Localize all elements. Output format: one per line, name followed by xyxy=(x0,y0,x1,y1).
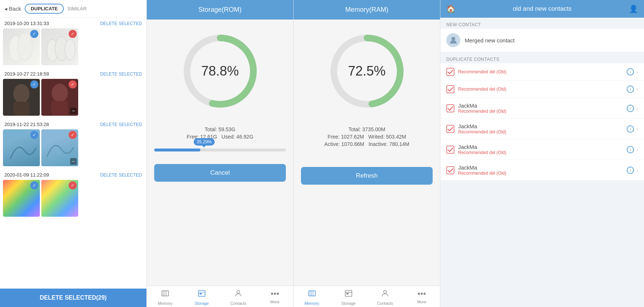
nav-contacts-label-2: Contacts xyxy=(377,301,393,306)
back-arrow-icon: ◂ xyxy=(4,6,7,12)
contact-checkbox-6[interactable] xyxy=(446,166,454,174)
memory-content: 72.5% Total: 3735.00M Free: 1027.62M Wri… xyxy=(294,20,440,286)
delete-selected-4[interactable]: DELETE SELECTED xyxy=(100,172,142,178)
contacts-header: 🏠 old and new contacts 👤 xyxy=(440,0,644,18)
contact-name-6: JackMa xyxy=(458,164,623,171)
photo-thumb-4-2[interactable]: ✓ xyxy=(41,180,78,217)
contact-name-5: JackMa xyxy=(458,144,623,150)
contacts-panel: 🏠 old and new contacts 👤 NEW CONTACT Mer… xyxy=(440,0,644,307)
duplicate-contacts-section-label: DUPLICATE CONTACTS xyxy=(440,52,644,63)
nav-contacts-2[interactable]: Contacts xyxy=(367,289,404,306)
cancel-button[interactable]: Cancel xyxy=(154,164,286,182)
info-icon-5[interactable]: i xyxy=(627,146,634,153)
similar-tab[interactable]: SIMILAR xyxy=(67,6,87,11)
contact-row-3[interactable]: JackMa Recommended del (Old) i › xyxy=(440,98,644,118)
photo-thumb-1-1[interactable]: ✓ xyxy=(3,28,40,65)
storage-nav-icon-2 xyxy=(344,289,353,300)
contact-info-3: JackMa Recommended del (Old) xyxy=(458,102,623,114)
tilde-icon-3-2: ~ xyxy=(70,158,77,165)
group-date-2: 2019-10-27 22:18:59 xyxy=(4,71,49,77)
nav-storage-2[interactable]: Storage xyxy=(330,289,367,306)
nav-contacts-label: Contacts xyxy=(230,301,246,306)
info-icon-3[interactable]: i xyxy=(627,105,634,112)
photo-thumb-2-1[interactable]: ✓ xyxy=(3,79,40,116)
svg-rect-27 xyxy=(346,293,349,294)
nav-more-label: More xyxy=(270,300,280,304)
contact-checkbox-2[interactable] xyxy=(446,85,454,93)
contact-row-6[interactable]: JackMa Recommended del (Old) i › xyxy=(440,160,644,180)
progress-tooltip: 35.29% xyxy=(194,138,215,146)
duplicate-tab[interactable]: DUPLICATE xyxy=(25,4,63,14)
svg-point-4 xyxy=(65,39,75,60)
contact-info-2: Recommended del (Old) xyxy=(458,87,623,92)
info-icon-4[interactable]: i xyxy=(627,125,634,133)
svg-point-5 xyxy=(13,84,30,103)
contact-sub-1: Recommended del (Old) xyxy=(458,69,623,74)
info-icon-1[interactable]: i xyxy=(627,68,634,76)
contact-checkbox-1[interactable] xyxy=(446,68,454,76)
info-icon-2[interactable]: i xyxy=(627,86,634,93)
memory-donut: 72.5% xyxy=(326,31,408,112)
chevron-right-icon-1: › xyxy=(636,69,638,75)
contact-row-2[interactable]: Recommended del (Old) i › xyxy=(440,81,644,98)
check-icon-4-2: ✓ xyxy=(69,181,77,189)
group-date-3: 2019-11-22 21:53:28 xyxy=(4,122,49,127)
memory-panel: Memory(RAM) 72.5% Total: 3735.00M Free: … xyxy=(294,0,440,307)
contact-row-1[interactable]: Recommended del (Old) i › xyxy=(440,63,644,80)
photo-thumb-3-2[interactable]: ✓ ~ xyxy=(41,129,78,166)
photo-row-2: ✓ ✓ ~ xyxy=(0,79,146,119)
nav-memory-label: Memory xyxy=(158,301,173,306)
nav-more[interactable]: ••• More xyxy=(257,289,293,306)
contact-checkbox-5[interactable] xyxy=(446,146,454,154)
svg-point-18 xyxy=(237,290,240,293)
nav-contacts[interactable]: Contacts xyxy=(220,289,257,306)
storage-bottom-nav: Memory Storage Contacts ••• xyxy=(147,286,293,307)
delete-selected-3[interactable]: DELETE SELECTED xyxy=(100,122,142,127)
nav-memory-2[interactable]: Memory xyxy=(294,289,330,306)
photo-thumb-2-2[interactable]: ✓ ~ xyxy=(41,79,78,116)
info-icon-6[interactable]: i xyxy=(627,167,634,174)
check-icon-3-1: ✓ xyxy=(30,131,38,139)
svg-point-29 xyxy=(451,37,455,41)
memory-bottom-nav: Memory Storage Contacts ••• xyxy=(294,286,440,307)
check-icon-1-2: ✓ xyxy=(69,30,77,38)
chevron-right-icon-4: › xyxy=(636,126,638,132)
svg-point-7 xyxy=(52,84,68,102)
memory-percentage: 72.5% xyxy=(348,63,385,79)
photo-thumb-4-1[interactable]: ✓ xyxy=(3,180,40,217)
svg-rect-17 xyxy=(200,293,202,294)
contact-info-1: Recommended del (Old) xyxy=(458,69,623,74)
contact-actions-6: i › xyxy=(627,167,638,174)
contact-actions-4: i › xyxy=(627,125,638,133)
check-icon-2-2: ✓ xyxy=(69,80,77,88)
storage-donut: 78.8% xyxy=(180,31,261,112)
contact-actions-2: i › xyxy=(627,86,638,93)
nav-storage-label-2: Storage xyxy=(342,301,356,306)
more-nav-icon: ••• xyxy=(271,289,279,299)
chevron-right-icon-3: › xyxy=(636,105,638,111)
progress-bar-fill xyxy=(154,149,200,151)
nav-storage[interactable]: Storage xyxy=(183,289,220,306)
contact-checkbox-4[interactable] xyxy=(446,125,454,133)
merged-contact[interactable]: Merged new contact xyxy=(440,29,644,52)
contact-row-5[interactable]: JackMa Recommended del (Old) i › xyxy=(440,139,644,160)
chevron-right-icon-6: › xyxy=(636,167,638,173)
photo-thumb-1-2[interactable]: ✓ xyxy=(41,28,78,65)
nav-more-2[interactable]: ••• More xyxy=(404,289,440,306)
nav-memory[interactable]: Memory xyxy=(147,289,183,306)
contact-row-4[interactable]: JackMa Recommended del (Old) i › xyxy=(440,119,644,139)
refresh-button[interactable]: Refresh xyxy=(301,167,433,185)
delete-selected-footer[interactable]: DELETE SELECTED(29) xyxy=(0,289,146,307)
contact-actions-5: i › xyxy=(627,146,638,153)
contact-info-4: JackMa Recommended del (Old) xyxy=(458,123,623,135)
delete-selected-1[interactable]: DELETE SELECTED xyxy=(100,21,142,26)
photo-thumb-3-1[interactable]: ✓ xyxy=(3,129,40,166)
photos-list: 2019-10-20 13:31:33 DELETE SELECTED ✓ xyxy=(0,18,146,289)
group-date-4: 2020-01-09 11:22:09 xyxy=(4,172,49,178)
memory-nav-icon xyxy=(161,289,170,300)
delete-selected-2[interactable]: DELETE SELECTED xyxy=(100,71,142,77)
back-button[interactable]: ◂ Back xyxy=(4,6,21,12)
progress-bar-bg xyxy=(154,149,286,151)
contact-checkbox-3[interactable] xyxy=(446,104,454,112)
svg-rect-11 xyxy=(162,291,169,296)
